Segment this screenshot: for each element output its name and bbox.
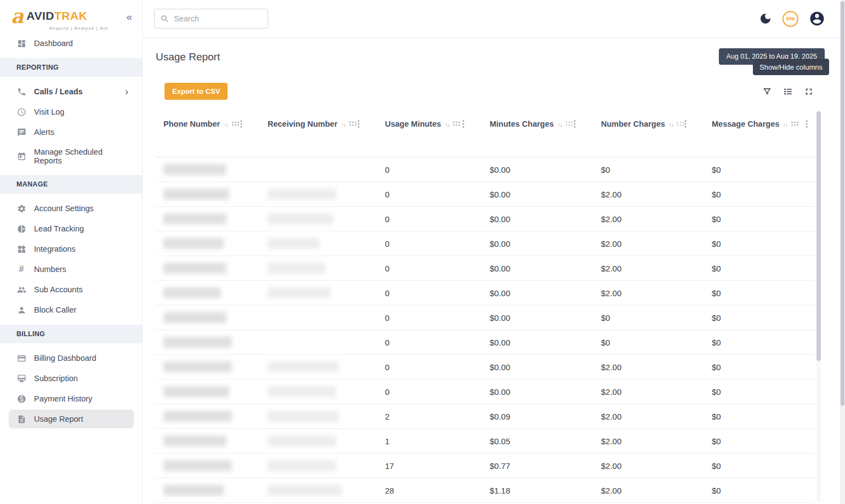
app-window: a AVIDTRAK Acquire | Analyze | Act Dashb… (0, 0, 845, 504)
number-charges-cell: $2.00 (593, 412, 704, 421)
export-csv-button[interactable]: Export to CSV (165, 83, 228, 100)
show-hide-columns-button[interactable] (783, 87, 793, 97)
usage-minutes-cell: 0 (377, 288, 482, 298)
redacted-phone-number (163, 164, 226, 175)
sidebar-item-billing-dashboard[interactable]: Billing Dashboard (9, 349, 134, 367)
sidebar-item-label: Usage Report (34, 415, 83, 423)
column-header-label: Message Charges (712, 120, 779, 128)
number-charges-cell: $2.00 (593, 214, 704, 224)
number-charges-cell: $2.00 (593, 264, 704, 273)
column-menu-icon[interactable] (681, 118, 704, 129)
clock-icon (16, 107, 26, 117)
phone-number-cell (156, 312, 260, 323)
column-header-minutes-charges[interactable]: Minutes Charges (482, 111, 593, 129)
column-header-label: Minutes Charges (490, 120, 554, 128)
column-header-receiving-number[interactable]: Receiving Number (260, 111, 377, 129)
column-header-phone-number[interactable]: Phone Number (156, 111, 260, 129)
sidebar-item-sub-accounts[interactable]: Sub Accounts (9, 280, 134, 299)
redacted-receiving-number (268, 189, 336, 200)
sort-icon[interactable] (341, 120, 345, 128)
sidebar-item-calls-leads[interactable]: Calls / Leads (9, 82, 134, 101)
dni-badge[interactable]: DNI (782, 11, 798, 27)
phone-number-cell (156, 485, 260, 496)
receiving-number-cell (260, 238, 377, 249)
sidebar-item-payment-history[interactable]: Payment History (9, 389, 134, 408)
drag-handle-icon[interactable] (349, 122, 350, 126)
fullscreen-button[interactable] (804, 87, 814, 97)
number-charges-cell: $2.00 (593, 387, 704, 397)
receiving-number-cell (260, 485, 377, 496)
usage-minutes-cell: 0 (377, 214, 482, 224)
sort-icon[interactable] (558, 120, 562, 128)
usage-table: Phone NumberReceiving NumberUsage Minute… (156, 111, 815, 503)
column-menu-icon[interactable] (354, 118, 377, 129)
table-scrollbar-thumb[interactable] (816, 111, 821, 361)
page-scrollbar[interactable] (840, 0, 845, 504)
sidebar-item-numbers[interactable]: Numbers (9, 260, 134, 279)
minutes-charges-cell: $0.00 (482, 338, 593, 347)
table-scrollbar[interactable] (816, 110, 821, 502)
columns-list-icon (783, 87, 793, 97)
widgets-icon (16, 244, 26, 254)
sidebar-item-subscription[interactable]: Subscription (9, 369, 134, 388)
minutes-charges-cell: $1.18 (482, 486, 593, 495)
membership-card-icon (16, 373, 26, 383)
number-charges-cell: $2.00 (593, 437, 704, 446)
sidebar-item-alerts[interactable]: Alerts (9, 123, 134, 141)
column-menu-icon[interactable] (459, 118, 482, 129)
sidebar-item-usage-report[interactable]: Usage Report (9, 410, 134, 428)
drag-handle-icon[interactable] (232, 122, 233, 126)
phone-number-cell (156, 460, 260, 471)
redacted-phone-number (163, 386, 229, 397)
number-charges-cell: $2.00 (593, 190, 704, 199)
search-icon (160, 14, 169, 24)
usage-minutes-cell: 0 (377, 239, 482, 248)
sort-icon[interactable] (669, 120, 673, 128)
column-header-usage-minutes[interactable]: Usage Minutes (377, 111, 482, 129)
sidebar-collapse-icon[interactable] (126, 11, 132, 23)
column-header-message-charges[interactable]: Message Charges (704, 111, 825, 129)
sidebar-item-label: Manage Scheduled Reports (34, 148, 128, 165)
receiving-number-cell (260, 189, 377, 200)
usage-minutes-cell: 2 (377, 412, 482, 421)
redacted-receiving-number (268, 238, 320, 249)
person-block-icon (16, 305, 26, 315)
search-input[interactable] (174, 14, 262, 23)
chevron-right-icon (125, 87, 128, 97)
column-menu-icon[interactable] (570, 118, 593, 129)
table-row: 0$0.00$2.00$0 (156, 256, 815, 281)
drag-handle-icon[interactable] (791, 122, 798, 126)
minutes-charges-cell: $0.00 (482, 288, 593, 298)
sidebar-item-label: Payment History (34, 394, 92, 403)
user-avatar-button[interactable] (809, 10, 825, 27)
phone-number-cell (156, 238, 260, 249)
sort-icon[interactable] (783, 120, 787, 128)
dashboard-icon (16, 38, 26, 48)
content: Usage Report Export to CSV Phone NumberR… (143, 38, 845, 503)
sidebar-item-integrations[interactable]: Integrations (9, 240, 134, 258)
receiving-number-cell (260, 460, 377, 471)
table-row: 17$0.77$2.00$0 (156, 454, 815, 478)
redacted-phone-number (163, 312, 226, 323)
sidebar-item-manage-scheduled-reports[interactable]: Manage Scheduled Reports (9, 143, 134, 169)
message-charges-cell: $0 (704, 264, 815, 273)
sidebar-item-visit-log[interactable]: Visit Log (9, 103, 134, 121)
sidebar-item-label: Block Caller (34, 305, 76, 314)
sort-icon[interactable] (224, 120, 228, 128)
dark-mode-toggle[interactable] (759, 12, 772, 25)
sidebar-item-block-caller[interactable]: Block Caller (9, 301, 134, 319)
filter-button[interactable] (762, 87, 772, 97)
sidebar-item-lead-tracking[interactable]: Lead Tracking (9, 219, 134, 238)
sidebar-item-account-settings[interactable]: Account Settings (9, 199, 134, 218)
column-menu-icon[interactable] (802, 118, 825, 129)
hash-icon (16, 264, 26, 274)
table-row: 0$0.00$2.00$0 (156, 231, 815, 256)
number-charges-cell: $2.00 (593, 363, 704, 372)
sidebar-item-dashboard[interactable]: Dashboard (9, 34, 134, 53)
drag-handle-icon[interactable] (453, 122, 455, 126)
column-header-number-charges[interactable]: Number Charges (593, 111, 704, 129)
column-menu-icon[interactable] (237, 118, 260, 129)
drag-handle-icon[interactable] (566, 122, 566, 126)
page-scrollbar-thumb[interactable] (841, 1, 844, 406)
sort-icon[interactable] (445, 120, 449, 128)
